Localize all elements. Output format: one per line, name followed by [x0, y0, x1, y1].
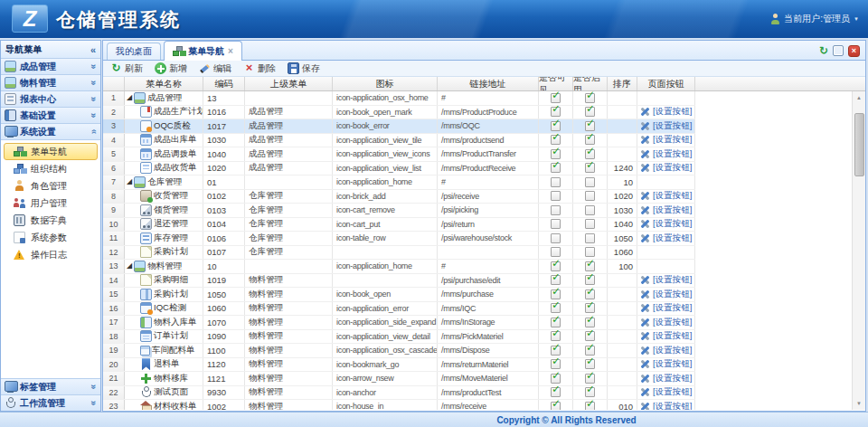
- sidebar-item[interactable]: 数据字典: [4, 212, 98, 229]
- enabled-checkbox[interactable]: ✓: [585, 135, 595, 145]
- close-tab-icon[interactable]: ×: [228, 46, 233, 56]
- sidebar-item[interactable]: 用户管理: [4, 195, 98, 212]
- settings-button[interactable]: [设置按钮]: [637, 345, 692, 356]
- enabled-checkbox[interactable]: ✓: [585, 107, 595, 117]
- sidebar-group[interactable]: 系统设置»: [1, 124, 100, 140]
- enabled-checkbox[interactable]: ✓: [585, 318, 595, 327]
- visible-checkbox[interactable]: ✓: [551, 93, 561, 103]
- enabled-checkbox[interactable]: ✓: [585, 331, 595, 341]
- visible-checkbox[interactable]: ✓: [551, 107, 561, 117]
- visible-checkbox[interactable]: ✓: [551, 303, 561, 313]
- settings-button[interactable]: [设置按钮]: [637, 190, 692, 202]
- table-row[interactable]: 21物料移库1121物料管理icon-arrow_nsew/mms/MoveMa…: [103, 372, 695, 386]
- visible-checkbox[interactable]: [551, 191, 561, 201]
- visible-checkbox[interactable]: ✓: [551, 289, 561, 299]
- table-row[interactable]: 7◢仓库管理01icon-application_home#10: [103, 176, 695, 190]
- visible-checkbox[interactable]: [551, 177, 561, 187]
- settings-button[interactable]: [设置按钮]: [637, 386, 692, 398]
- column-header[interactable]: 图标: [333, 77, 438, 90]
- vertical-scrollbar[interactable]: ▲ ▼: [852, 91, 865, 410]
- column-header[interactable]: 链接地址: [438, 77, 539, 90]
- enabled-checkbox[interactable]: [585, 247, 595, 257]
- table-row[interactable]: 11库存管理0106仓库管理icon-table_row/psi/warehou…: [103, 232, 695, 246]
- toolbar-edit-button[interactable]: 编辑: [199, 62, 231, 75]
- enabled-checkbox[interactable]: ✓: [585, 93, 595, 103]
- sidebar-item[interactable]: 操作日志: [4, 246, 98, 263]
- toolbar-add-button[interactable]: 新增: [155, 62, 187, 75]
- toolbar-delete-button[interactable]: ×删除: [243, 62, 276, 75]
- table-row[interactable]: 5成品调拨单1040成品管理icon-application_view_icon…: [103, 147, 695, 162]
- visible-checkbox[interactable]: ✓: [551, 149, 561, 159]
- table-row[interactable]: 14采购明细1019物料管理/psi/purchase/edit✓✓[设置按钮]: [103, 274, 695, 289]
- column-header[interactable]: 编码: [203, 77, 245, 90]
- settings-button[interactable]: [设置按钮]: [637, 317, 692, 328]
- enabled-checkbox[interactable]: ✓: [585, 149, 595, 159]
- visible-checkbox[interactable]: [551, 233, 561, 243]
- enabled-checkbox[interactable]: [585, 233, 595, 243]
- table-row[interactable]: 22测试页面9930物料管理icon-anchor/mms/productTes…: [103, 386, 695, 401]
- table-row[interactable]: 2成品生产计划1016成品管理icon-book_open_mark/mms/P…: [103, 106, 695, 120]
- tab-my-desktop[interactable]: 我的桌面: [107, 43, 161, 60]
- table-row[interactable]: 8收货管理0102仓库管理icon-brick_add/psi/receive1…: [103, 190, 695, 204]
- enabled-checkbox[interactable]: ✓: [585, 359, 595, 369]
- column-header[interactable]: 排序: [608, 77, 637, 90]
- enabled-checkbox[interactable]: [585, 191, 595, 201]
- tree-expanded-icon[interactable]: ◢: [127, 178, 132, 185]
- settings-button[interactable]: [设置按钮]: [637, 330, 692, 342]
- sidebar-item[interactable]: 组织结构: [4, 160, 98, 177]
- enabled-checkbox[interactable]: ✓: [585, 163, 595, 173]
- refresh-panel-icon[interactable]: ↻: [819, 45, 828, 56]
- enabled-checkbox[interactable]: [585, 219, 595, 229]
- visible-checkbox[interactable]: [551, 205, 561, 215]
- sidebar-group[interactable]: 标签管理»: [1, 378, 100, 394]
- visible-checkbox[interactable]: ✓: [551, 387, 561, 397]
- enabled-checkbox[interactable]: ✓: [585, 387, 595, 397]
- visible-checkbox[interactable]: ✓: [551, 121, 561, 131]
- enabled-checkbox[interactable]: ✓: [585, 121, 595, 131]
- table-row[interactable]: 19车间配料单1100物料管理icon-application_osx_casc…: [103, 344, 695, 358]
- sidebar-item[interactable]: 菜单导航: [4, 143, 98, 160]
- enabled-checkbox[interactable]: ✓: [585, 275, 595, 285]
- table-row[interactable]: 18订单计划1090物料管理icon-application_view_deta…: [103, 330, 695, 345]
- column-header[interactable]: 上级菜单: [245, 77, 333, 90]
- sidebar-group[interactable]: 报表中心»: [1, 91, 100, 108]
- tab-menu-navigation[interactable]: 菜单导航 ×: [164, 41, 242, 61]
- column-header[interactable]: 页面按钮: [637, 77, 695, 90]
- sidebar-item[interactable]: 系统参数: [4, 229, 98, 246]
- sidebar-group[interactable]: 工作流管理»: [1, 394, 100, 411]
- table-row[interactable]: 17物料入库单1070物料管理icon-application_side_exp…: [103, 316, 695, 330]
- tree-expanded-icon[interactable]: ◢: [127, 94, 132, 101]
- table-row[interactable]: 10退还管理0104仓库管理icon-cart_put/psi/return10…: [103, 218, 695, 232]
- settings-button[interactable]: [设置按钮]: [637, 134, 692, 146]
- close-panel-icon[interactable]: ×: [848, 45, 860, 57]
- collapse-sidebar-icon[interactable]: «: [90, 44, 96, 55]
- visible-checkbox[interactable]: [551, 219, 561, 229]
- table-row[interactable]: 3OQC质检1017成品管理icon-book_error/mms/OQC✓✓[…: [103, 119, 695, 134]
- settings-button[interactable]: [设置按钮]: [637, 274, 692, 286]
- visible-checkbox[interactable]: ✓: [551, 374, 561, 384]
- column-header[interactable]: 菜单名称: [125, 77, 203, 90]
- sidebar-group[interactable]: 物料管理»: [1, 75, 100, 91]
- toolbar-save-button[interactable]: 保存: [288, 62, 320, 75]
- table-row[interactable]: 4成品出库单1030成品管理icon-application_view_tile…: [103, 134, 695, 148]
- settings-button[interactable]: [设置按钮]: [637, 401, 692, 410]
- settings-button[interactable]: [设置按钮]: [637, 218, 692, 230]
- sidebar-group[interactable]: 基础设置»: [1, 108, 100, 124]
- table-row[interactable]: 12采购计划0107仓库管理1060: [103, 246, 695, 261]
- settings-button[interactable]: [设置按钮]: [637, 232, 692, 244]
- enabled-checkbox[interactable]: ✓: [585, 374, 595, 384]
- settings-button[interactable]: [设置按钮]: [637, 204, 692, 216]
- table-row[interactable]: 13◢物料管理10icon-application_home#✓✓100: [103, 260, 695, 274]
- toolbar-refresh-button[interactable]: ↻刷新: [110, 62, 143, 75]
- settings-button[interactable]: [设置按钮]: [637, 302, 692, 314]
- visible-checkbox[interactable]: ✓: [551, 359, 561, 369]
- visible-checkbox[interactable]: ✓: [551, 402, 561, 410]
- maximize-icon[interactable]: [833, 45, 844, 56]
- settings-button[interactable]: [设置按钮]: [637, 358, 692, 370]
- visible-checkbox[interactable]: [551, 247, 561, 257]
- settings-button[interactable]: [设置按钮]: [637, 106, 692, 118]
- enabled-checkbox[interactable]: ✓: [585, 303, 595, 313]
- table-row[interactable]: 6成品收货单1020成品管理icon-application_view_list…: [103, 162, 695, 176]
- visible-checkbox[interactable]: ✓: [551, 275, 561, 285]
- table-row[interactable]: 15采购计划1050物料管理icon-book_open/mms/purchas…: [103, 288, 695, 302]
